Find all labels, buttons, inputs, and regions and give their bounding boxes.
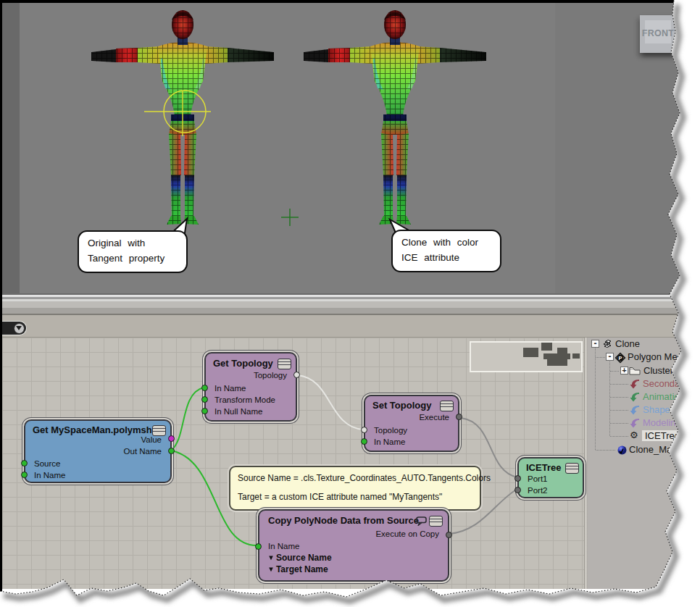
expandable-port-source-name[interactable]: ▼Source Name <box>267 553 332 563</box>
pane-splitter[interactable] <box>0 293 681 317</box>
comment-bubble-icon[interactable] <box>416 516 428 526</box>
port-label: Source Name <box>276 553 332 563</box>
output-port-execute[interactable] <box>456 414 462 420</box>
animation-marker-icon <box>630 392 640 402</box>
port-label: Port2 <box>528 486 548 495</box>
annotation-line: Original with <box>88 236 179 251</box>
input-port-port1[interactable] <box>514 475 521 482</box>
front-view-button[interactable]: FRONT <box>640 15 676 53</box>
folder-icon <box>629 366 639 376</box>
bubble-tails <box>168 219 417 238</box>
collapse-icon[interactable]: - <box>606 353 614 361</box>
input-port-inname[interactable] <box>21 472 28 478</box>
svg-text:P: P <box>618 355 622 361</box>
input-port-inname[interactable] <box>361 438 367 445</box>
input-port-port2[interactable] <box>514 487 521 493</box>
triangle-down-icon: ▼ <box>267 553 275 561</box>
port-label: Execute <box>419 413 449 422</box>
scene-origin-crosshair <box>281 209 299 226</box>
annotation-line: Tangent property <box>88 251 179 267</box>
node-icetree[interactable]: ICETree Port1 Port2 <box>517 457 584 498</box>
model-icon <box>601 339 612 349</box>
port-label: In Name <box>374 438 405 446</box>
tree-item-clone[interactable]: - Clone <box>587 338 685 351</box>
triangle-down-icon: ▼ <box>267 565 275 573</box>
output-port-value[interactable] <box>168 435 175 442</box>
port-label: Target Name <box>276 564 328 574</box>
input-port-transform-mode[interactable] <box>201 396 208 403</box>
collapse-icon[interactable]: - <box>591 340 599 348</box>
node-set-topology[interactable]: Set Topology Execute Topology In Name <box>364 395 459 452</box>
annotation-original: Original with Tangent property <box>78 230 188 273</box>
tree-item-modeling[interactable]: Modeling <box>587 417 685 430</box>
tree-item-clusters[interactable]: + Clusters <box>587 365 685 377</box>
output-port-topology[interactable] <box>293 372 300 378</box>
node-title: Get Topology <box>213 358 273 369</box>
annotation-line: Clone with color <box>401 235 493 251</box>
port-label: In Name <box>34 471 65 480</box>
node-title: Set Topology <box>372 400 431 411</box>
tree-item-clone-material[interactable]: Clone_Mater <box>587 444 685 456</box>
node-title: ICETree <box>526 462 561 473</box>
tree-item-polygon-mesh[interactable]: - P Polygon Me <box>587 351 685 364</box>
ice-editor-toolbar <box>2 317 681 338</box>
port-label: Value <box>141 435 162 444</box>
expand-icon[interactable]: + <box>620 367 628 374</box>
comment-line: Target = a custom ICE attribute named "M… <box>238 492 442 502</box>
node-get-topology[interactable]: Get Topology Topology In Name Transform … <box>204 352 297 422</box>
annotation-clone: Clone with color ICE attribute <box>391 230 501 272</box>
port-label: Port1 <box>528 474 548 483</box>
modeling-marker-icon <box>630 418 640 428</box>
node-get-polymsh[interactable]: Get MySpaceMan.polymsh Value Out Name So… <box>24 419 172 483</box>
port-label: In Name <box>214 384 246 393</box>
port-label: Execute on Copy <box>375 529 439 538</box>
port-label: In Name <box>268 542 299 551</box>
input-port-innullname[interactable] <box>201 408 208 414</box>
expandable-port-target-name[interactable]: ▼Target Name <box>267 564 328 574</box>
comment-node[interactable]: Source Name = .cls.Texture_Coordinates_A… <box>229 466 481 511</box>
tree-item-secondary-shape[interactable]: Secondary <box>587 378 685 390</box>
character-mesh-clone[interactable] <box>301 7 489 228</box>
secondary-shape-marker-icon <box>630 379 640 389</box>
port-label: Out Name <box>124 447 162 456</box>
output-port-execute-on-copy[interactable] <box>446 532 452 538</box>
gear-icon: ⚙ <box>630 430 640 440</box>
input-port-inname[interactable] <box>201 385 208 391</box>
port-label: Transform Mode <box>214 395 275 404</box>
port-label: Topology <box>374 426 407 435</box>
tree-item-icetree[interactable]: ⚙ ICETree <box>587 430 685 443</box>
port-label: Topology <box>254 371 287 380</box>
tree-item-animation[interactable]: Animation <box>587 391 685 403</box>
output-port-outname[interactable] <box>168 448 175 454</box>
input-port-topology[interactable] <box>361 427 367 433</box>
comment-line: Source Name = .cls.Texture_Coordinates_A… <box>238 473 491 483</box>
material-icon <box>617 445 627 455</box>
port-label: Source <box>34 459 60 468</box>
node-menu-icon[interactable] <box>429 516 443 527</box>
node-menu-icon[interactable] <box>152 425 166 436</box>
chevron-down-icon <box>16 326 22 330</box>
node-menu-icon[interactable] <box>565 463 579 474</box>
softimage-window: Original with Tangent property Clone wit… <box>0 0 700 607</box>
node-title: Get MySpaceMan.polymsh <box>33 424 152 435</box>
shape-marker-icon <box>630 405 640 415</box>
front-view-label: FRONT <box>640 28 676 38</box>
polygon-mesh-icon: P <box>614 352 625 362</box>
input-port-source[interactable] <box>21 460 28 466</box>
input-port-inname[interactable] <box>255 543 262 550</box>
port-label: In Null Name <box>214 407 262 416</box>
tree-item-shape-modeling[interactable]: Shape M <box>587 404 685 416</box>
editor-menu-dropdown[interactable] <box>2 322 26 335</box>
node-copy-polynode[interactable]: Copy PolyNode Data from Source Execute o… <box>258 509 449 582</box>
annotation-line: ICE attribute <box>401 251 493 266</box>
node-title: Copy PolyNode Data from Source <box>268 515 419 526</box>
node-menu-icon[interactable] <box>278 359 291 369</box>
node-menu-icon[interactable] <box>440 401 454 411</box>
